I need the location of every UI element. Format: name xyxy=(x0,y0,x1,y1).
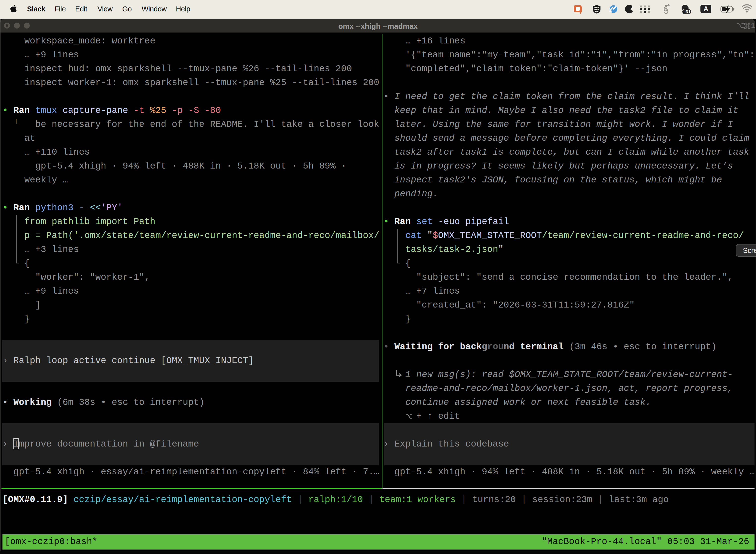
svg-text:..61: ..61 xyxy=(683,9,691,14)
svg-text:A: A xyxy=(703,5,708,13)
